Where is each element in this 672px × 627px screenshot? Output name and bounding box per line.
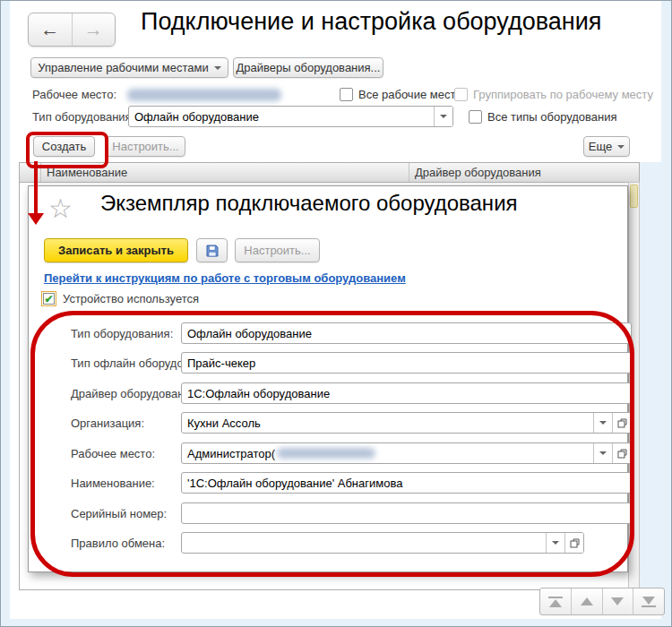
triangle-up-icon — [549, 599, 562, 607]
save-and-close-button[interactable]: Записать и закрыть — [44, 238, 188, 262]
open-window-icon — [617, 418, 627, 428]
forward-button[interactable]: → — [72, 13, 116, 46]
workplace-management-label: Управление рабочими местами — [38, 61, 208, 74]
field-label: Наименование: — [71, 477, 155, 490]
dropdown-button[interactable] — [593, 413, 612, 433]
equipment-drivers-button[interactable]: Драйверы оборудования... — [233, 57, 383, 78]
checkbox-box — [454, 88, 468, 101]
dialog-configure-button[interactable]: Настроить... — [235, 238, 320, 262]
chevron-down-icon — [599, 421, 607, 425]
checkbox-box: ✔ — [43, 293, 55, 305]
table-header-driver-column[interactable]: Драйвер оборудования — [409, 163, 639, 182]
create-button[interactable]: Создать — [33, 136, 95, 157]
dropdown-button[interactable] — [434, 107, 452, 126]
equipment-type-filter-label: Тип оборудования: — [32, 107, 134, 127]
dropdown-button[interactable] — [593, 443, 612, 463]
field-label: Рабочее место: — [71, 447, 155, 460]
open-picker-button[interactable] — [564, 533, 583, 553]
chevron-down-icon — [552, 541, 559, 545]
redacted-workplace-suffix — [277, 448, 375, 459]
equipment-type-field[interactable]: Офлайн оборудование — [181, 322, 632, 344]
favorites-star-icon[interactable]: ☆ — [48, 193, 73, 224]
bar-icon — [548, 597, 563, 598]
move-bottom-button[interactable] — [633, 588, 664, 614]
triangle-up-icon — [581, 597, 593, 606]
forward-arrow-icon: → — [84, 19, 103, 40]
offline-equipment-type-field[interactable]: Прайс-чекер — [181, 352, 632, 374]
list-right-gutter — [640, 162, 661, 590]
table-header-name-column[interactable]: Наименование — [41, 163, 409, 182]
workplace-management-button[interactable]: Управление рабочими местами — [30, 57, 228, 78]
move-down-button[interactable] — [602, 588, 633, 614]
scrollbar-thumb[interactable] — [630, 185, 638, 208]
window-frame-bottom — [1, 619, 672, 627]
save-button[interactable] — [196, 238, 228, 262]
configure-label: Настроить... — [112, 140, 178, 153]
configure-button[interactable]: Настроить... — [106, 136, 185, 157]
checkmark-icon: ✔ — [44, 294, 53, 305]
field-value: Администратор( — [182, 443, 593, 463]
page-title: Подключение и настройка оборудования — [141, 8, 601, 36]
table-header-row: Наименование Драйвер оборудования — [20, 163, 639, 183]
equipment-drivers-label: Драйверы оборудования... — [237, 61, 381, 74]
more-label: Еще — [589, 140, 612, 153]
open-picker-button[interactable] — [612, 413, 631, 433]
equipment-setup-window: ← → Подключение и настройка оборудования… — [0, 0, 672, 627]
all-workplaces-label: Все рабочие места — [358, 88, 461, 101]
triangle-down-icon — [642, 597, 655, 605]
save-and-close-label: Записать и закрыть — [58, 244, 174, 257]
floppy-disk-icon — [205, 244, 220, 258]
open-window-icon — [617, 449, 627, 459]
all-equipment-types-label: Все типы оборудования — [487, 110, 617, 124]
device-in-use-checkbox[interactable]: ✔ — [41, 291, 56, 306]
move-up-button[interactable] — [571, 588, 602, 614]
field-value: Кухни Ассоль — [182, 413, 593, 433]
workplace-field[interactable]: Администратор( — [181, 442, 632, 464]
checkbox-box — [469, 110, 482, 124]
bar-icon — [642, 606, 656, 607]
field-label: Правило обмена: — [71, 537, 165, 550]
equipment-instance-dialog: ☆ Экземпляр подключаемого оборудования З… — [28, 185, 628, 572]
field-label: Серийный номер: — [71, 507, 167, 520]
field-value: 1С:Офлайн оборудование — [182, 383, 631, 403]
workplace-filter-label: Рабочее место: — [32, 84, 116, 105]
back-button[interactable]: ← — [29, 13, 72, 46]
chevron-down-icon — [214, 66, 221, 70]
more-button[interactable]: Еще — [583, 136, 630, 157]
serial-number-field[interactable] — [181, 502, 632, 524]
checkbox-box — [340, 88, 353, 101]
field-label: Тип оборудования: — [71, 327, 173, 340]
name-field[interactable]: '1С:Офлайн оборудование' Абнагимова — [181, 472, 632, 494]
field-label: Организация: — [71, 417, 144, 430]
dropdown-button[interactable] — [546, 533, 564, 553]
group-by-workplace-checkbox[interactable]: Группировать по рабочему месту — [454, 84, 653, 105]
window-frame-left — [1, 1, 10, 627]
field-value: Прайс-чекер — [182, 353, 631, 373]
back-arrow-icon: ← — [40, 19, 59, 40]
field-value — [182, 533, 546, 553]
equipment-type-combo[interactable]: Офлайн оборудование — [128, 106, 453, 127]
all-equipment-types-checkbox[interactable]: Все типы оборудования — [469, 107, 617, 127]
table-header-selector-column[interactable] — [20, 163, 41, 182]
open-window-icon — [570, 538, 580, 548]
equipment-type-value: Офлайн оборудование — [129, 107, 434, 126]
window-frame-right — [661, 1, 672, 627]
field-value — [182, 503, 631, 523]
history-nav-group: ← → — [28, 13, 116, 47]
open-picker-button[interactable] — [612, 443, 631, 463]
group-by-workplace-label: Группировать по рабочему месту — [473, 88, 653, 101]
instructions-link[interactable]: Перейти к инструкциям по работе с торгов… — [44, 271, 406, 285]
move-top-button[interactable] — [540, 588, 571, 614]
create-label: Создать — [42, 140, 86, 153]
dialog-configure-label: Настроить... — [244, 244, 310, 257]
chevron-down-icon — [599, 451, 607, 455]
organization-field[interactable]: Кухни Ассоль — [181, 412, 632, 434]
redacted-workplace-value[interactable] — [127, 89, 281, 101]
all-workplaces-checkbox[interactable]: Все рабочие места — [340, 84, 461, 105]
field-value: Офлайн оборудование — [182, 323, 631, 343]
equipment-driver-field[interactable]: 1С:Офлайн оборудование — [181, 382, 632, 404]
list-move-buttons — [539, 588, 665, 615]
exchange-rule-field[interactable] — [181, 532, 584, 554]
device-in-use-label: Устройство используется — [63, 288, 199, 309]
triangle-down-icon — [611, 597, 624, 606]
